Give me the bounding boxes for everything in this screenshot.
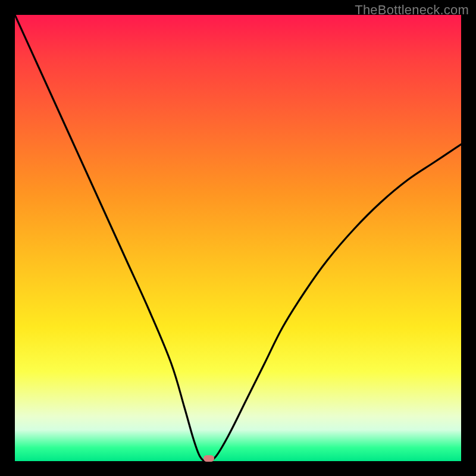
plot-area <box>15 15 461 461</box>
curve-svg <box>15 15 461 461</box>
min-marker <box>203 455 214 462</box>
chart-frame: TheBottleneck.com <box>0 0 476 476</box>
bottleneck-curve <box>15 15 461 461</box>
